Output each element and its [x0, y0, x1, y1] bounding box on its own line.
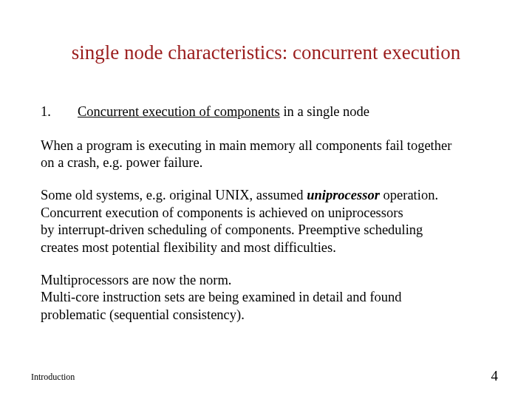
emphasis: uniprocessor: [307, 188, 380, 202]
text-line: Concurrent execution of components is ac…: [41, 205, 403, 220]
text-line: Multi-core instruction sets are being ex…: [41, 290, 402, 304]
slide-body: 1. Concurrent execution of components in…: [41, 103, 491, 339]
list-number: 1.: [41, 103, 78, 121]
footer-section-name: Introduction: [31, 372, 75, 383]
text-line: problematic (sequential consistency).: [41, 307, 245, 322]
list-text: Concurrent execution of components in a …: [78, 103, 491, 121]
text-line: by interrupt-driven scheduling of compon…: [41, 222, 423, 237]
heading-underlined: Concurrent execution of components: [78, 104, 280, 119]
text-line: Multiprocessors are now the norm.: [41, 273, 231, 287]
slide-title: single node characteristics: concurrent …: [0, 41, 532, 64]
list-item: 1. Concurrent execution of components in…: [41, 103, 491, 121]
slide: single node characteristics: concurrent …: [0, 0, 532, 399]
page-number: 4: [491, 368, 499, 384]
text-line: When a program is executing in main memo…: [41, 138, 451, 153]
paragraph: Multiprocessors are now the norm. Multi-…: [41, 272, 491, 324]
text-line: Some old systems, e.g. original UNIX, as…: [41, 188, 307, 202]
paragraph: Some old systems, e.g. original UNIX, as…: [41, 187, 491, 257]
text-line: operation.: [380, 188, 438, 202]
heading-rest: in a single node: [280, 104, 369, 119]
text-line: on a crash, e.g. power failure.: [41, 155, 202, 170]
text-line: creates most potential flexibility and m…: [41, 240, 336, 255]
paragraph: When a program is executing in main memo…: [41, 137, 491, 172]
